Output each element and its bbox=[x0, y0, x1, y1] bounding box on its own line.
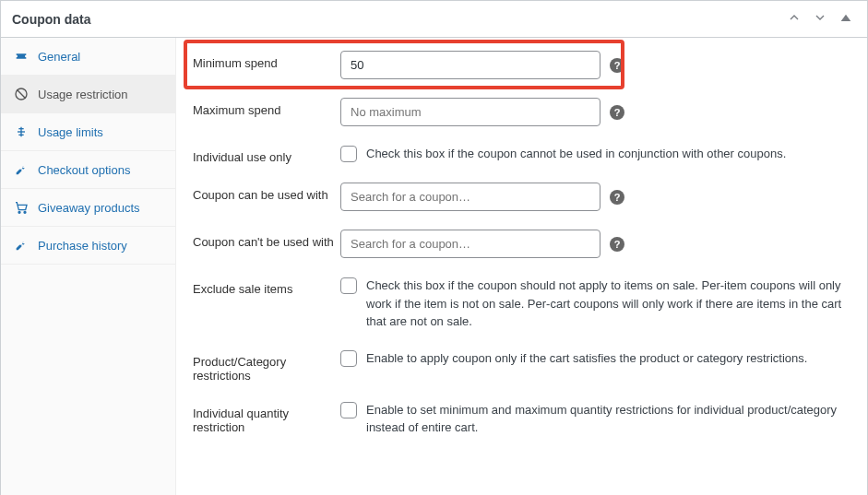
row-prod-cat-restrict: Product/Category restrictions Enable to … bbox=[193, 349, 850, 383]
row-minimum-spend: Minimum spend ? bbox=[193, 51, 850, 79]
panel-title: Coupon data bbox=[12, 12, 91, 27]
exclude-sale-desc: Check this box if the coupon should not … bbox=[366, 277, 850, 331]
tab-giveaway-products[interactable]: Giveaway products bbox=[1, 189, 175, 227]
tab-label: Purchase history bbox=[38, 239, 127, 253]
label-minimum-spend: Minimum spend bbox=[193, 51, 340, 70]
panel-header-controls bbox=[784, 10, 856, 28]
coupon-data-panel: Coupon data General Usage restriction Us… bbox=[0, 0, 868, 495]
collapse-icon[interactable] bbox=[836, 10, 856, 28]
svg-point-8 bbox=[24, 211, 26, 213]
tab-label: General bbox=[38, 50, 80, 64]
label-prod-cat-restrict: Product/Category restrictions bbox=[193, 349, 340, 383]
settings-tabs-sidebar: General Usage restriction Usage limits C… bbox=[1, 38, 176, 495]
tab-label: Usage restriction bbox=[38, 88, 128, 101]
tab-usage-restriction[interactable]: Usage restriction bbox=[1, 76, 175, 113]
row-indiv-qty-restrict: Individual quantity restriction Enable t… bbox=[193, 401, 850, 437]
label-exclude-sale: Exclude sale items bbox=[193, 277, 340, 296]
label-maximum-spend: Maximum spend bbox=[193, 98, 340, 117]
tab-general[interactable]: General bbox=[1, 38, 175, 76]
svg-point-7 bbox=[18, 211, 20, 213]
individual-use-checkbox[interactable] bbox=[340, 146, 357, 162]
row-individual-use: Individual use only Check this box if th… bbox=[193, 145, 850, 164]
tab-usage-limits[interactable]: Usage limits bbox=[1, 113, 175, 151]
row-used-with: Coupon can be used with ? bbox=[193, 183, 850, 211]
maximum-spend-input[interactable] bbox=[340, 98, 600, 126]
wrench-icon bbox=[14, 162, 29, 177]
help-icon[interactable]: ? bbox=[610, 58, 624, 73]
indiv-qty-restrict-checkbox[interactable] bbox=[340, 402, 357, 418]
tab-label: Giveaway products bbox=[38, 201, 140, 215]
tab-checkout-options[interactable]: Checkout options bbox=[1, 151, 175, 189]
move-down-icon[interactable] bbox=[810, 10, 830, 28]
no-entry-icon bbox=[14, 87, 29, 101]
individual-use-desc: Check this box if the coupon cannot be u… bbox=[366, 145, 786, 163]
ticket-icon bbox=[14, 49, 29, 64]
panel-header: Coupon data bbox=[1, 1, 867, 38]
adjust-icon bbox=[14, 124, 29, 139]
move-up-icon[interactable] bbox=[784, 10, 804, 28]
row-maximum-spend: Maximum spend ? bbox=[193, 98, 850, 126]
help-icon[interactable]: ? bbox=[610, 105, 624, 120]
cart-icon bbox=[14, 200, 29, 215]
prod-cat-restrict-checkbox[interactable] bbox=[340, 350, 357, 367]
prod-cat-restrict-desc: Enable to apply coupon only if the cart … bbox=[366, 349, 807, 368]
row-exclude-sale: Exclude sale items Check this box if the… bbox=[193, 277, 850, 331]
used-with-input[interactable] bbox=[340, 183, 600, 211]
panel-body: General Usage restriction Usage limits C… bbox=[1, 38, 867, 495]
label-not-used-with: Coupon can't be used with bbox=[193, 230, 340, 249]
svg-marker-0 bbox=[841, 15, 851, 21]
label-used-with: Coupon can be used with bbox=[193, 183, 340, 202]
exclude-sale-checkbox[interactable] bbox=[340, 277, 357, 294]
row-not-used-with: Coupon can't be used with ? bbox=[193, 230, 850, 258]
help-icon[interactable]: ? bbox=[610, 190, 624, 205]
svg-line-2 bbox=[17, 89, 25, 98]
label-individual-use: Individual use only bbox=[193, 145, 340, 164]
label-indiv-qty-restrict: Individual quantity restriction bbox=[193, 401, 340, 434]
wrench-icon bbox=[14, 238, 29, 253]
indiv-qty-restrict-desc: Enable to set minimum and maximum quanti… bbox=[366, 401, 850, 437]
minimum-spend-input[interactable] bbox=[340, 51, 600, 79]
tab-label: Checkout options bbox=[38, 163, 130, 177]
not-used-with-input[interactable] bbox=[340, 230, 600, 258]
tab-label: Usage limits bbox=[38, 125, 103, 139]
help-icon[interactable]: ? bbox=[610, 237, 624, 252]
form-content: Minimum spend ? Maximum spend ? bbox=[176, 38, 867, 495]
tab-purchase-history[interactable]: Purchase history bbox=[1, 227, 175, 265]
